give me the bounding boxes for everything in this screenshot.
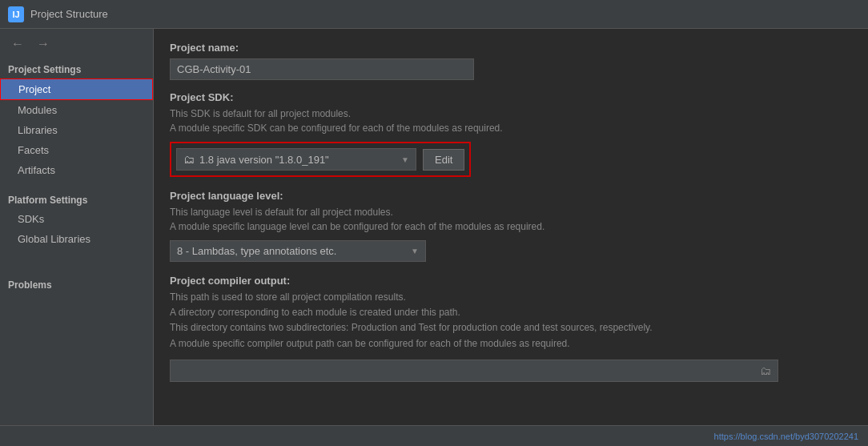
bottom-url: https://blog.csdn.net/byd3070202241 xyxy=(714,432,858,441)
project-lang-desc: This language level is default for all p… xyxy=(170,205,852,234)
window-title: Project Structure xyxy=(30,8,108,20)
compiler-folder-icon: 🗂 xyxy=(760,364,771,377)
edit-sdk-button[interactable]: Edit xyxy=(423,149,464,171)
project-lang-label: Project language level: xyxy=(170,190,852,202)
main-layout: ← → Project Settings Project Modules Lib… xyxy=(0,29,868,425)
nav-buttons: ← → xyxy=(0,32,153,56)
compiler-output-label: Project compiler output: xyxy=(170,275,852,287)
sidebar-item-project[interactable]: Project xyxy=(0,78,153,100)
compiler-output-desc: This path is used to store all project c… xyxy=(170,290,852,352)
project-sdk-desc1: This SDK is default for all project modu… xyxy=(170,106,852,135)
sidebar-item-global-libraries[interactable]: Global Libraries xyxy=(0,229,153,249)
project-settings-header: Project Settings xyxy=(0,59,153,78)
problems-header: Problems xyxy=(0,275,153,294)
sidebar-item-sdks[interactable]: SDKs xyxy=(0,209,153,229)
lang-level-value: 8 - Lambdas, type annotations etc. xyxy=(177,245,336,257)
sdk-value: 1.8 java version "1.8.0_191" xyxy=(199,154,329,166)
sdk-selection-row: 🗂 1.8 java version "1.8.0_191" ▼ Edit xyxy=(170,142,471,177)
sdk-folder-icon: 🗂 xyxy=(183,153,195,166)
project-name-label: Project name: xyxy=(170,42,852,54)
sdk-dropdown-arrow: ▼ xyxy=(401,155,409,164)
lang-dropdown-arrow: ▼ xyxy=(411,247,419,255)
back-button[interactable]: ← xyxy=(6,35,29,53)
compiler-output-field: 🗂 xyxy=(170,360,778,382)
app-icon: IJ xyxy=(8,6,24,22)
sidebar-item-modules[interactable]: Modules xyxy=(0,100,153,120)
sidebar: ← → Project Settings Project Modules Lib… xyxy=(0,29,154,425)
project-sdk-label: Project SDK: xyxy=(170,91,852,103)
title-bar: IJ Project Structure xyxy=(0,0,868,29)
sdk-dropdown[interactable]: 🗂 1.8 java version "1.8.0_191" ▼ xyxy=(176,148,416,171)
project-name-input[interactable] xyxy=(170,58,474,80)
sidebar-item-artifacts[interactable]: Artifacts xyxy=(0,160,153,180)
sidebar-item-libraries[interactable]: Libraries xyxy=(0,120,153,140)
forward-button[interactable]: → xyxy=(32,35,54,53)
lang-level-dropdown[interactable]: 8 - Lambdas, type annotations etc. ▼ xyxy=(170,240,426,262)
content-panel: Project name: Project SDK: This SDK is d… xyxy=(154,29,868,425)
platform-settings-header: Platform Settings xyxy=(0,190,153,209)
bottom-bar: https://blog.csdn.net/byd3070202241 xyxy=(0,425,868,446)
sidebar-item-facets[interactable]: Facets xyxy=(0,140,153,160)
